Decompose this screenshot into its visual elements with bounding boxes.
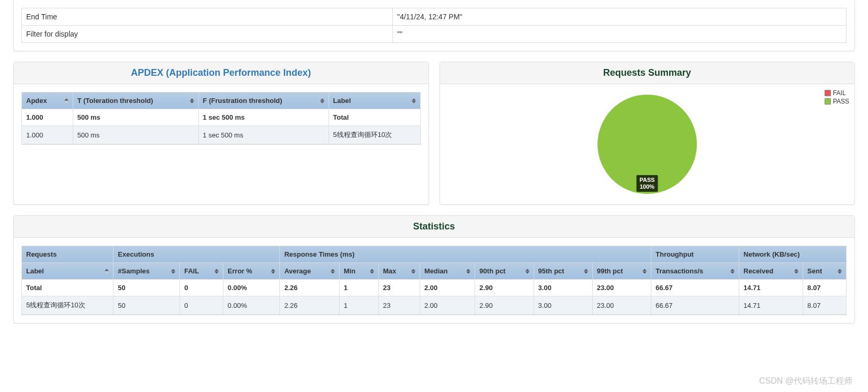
pass-swatch-icon [825,98,831,105]
apdex-table: Apdex T (Toleration threshold) F (Frustr… [21,92,421,145]
requests-summary-title: Requests Summary [448,67,847,78]
sort-icon [794,269,798,273]
cell: 1.000 [22,109,73,126]
statistics-heading: Statistics [14,216,854,238]
cell: 1 [339,280,378,296]
test-params-table: End Time"4/11/24, 12:47 PM"Filter for di… [21,8,847,43]
statistics-body: Requests Executions Response Times (ms) … [14,238,854,323]
pie-chart[interactable]: PASS 100% [598,95,697,194]
stats-col-header[interactable]: 90th pct [475,263,533,280]
sort-icon [412,98,416,103]
cell: 5线程查询循环10次 [329,126,420,144]
stats-col-header[interactable]: FAIL [179,263,223,280]
cell: 23 [378,296,420,315]
sort-icon [411,269,415,273]
cell: 3.00 [534,296,592,315]
sort-icon [105,269,109,273]
stats-col-header[interactable]: Sent [803,263,846,280]
sort-icon [525,269,529,273]
table-row: Total5000.00%2.261232.002.903.0023.0066.… [22,280,846,296]
cell: 23.00 [592,280,651,296]
cell: 500 ms [73,126,198,144]
sort-icon [320,98,324,103]
pie-label-name: PASS [639,177,655,183]
sort-icon [370,269,374,273]
statistics-title: Statistics [21,221,847,232]
cell: 2.00 [420,296,475,315]
cell: 0 [179,280,223,296]
cell: 66.67 [651,296,739,315]
apdex-col-t-label: T (Toleration threshold) [77,97,153,105]
statistics-panel: Statistics Requests Executions Response … [13,215,855,324]
test-params-body: End Time"4/11/24, 12:47 PM"Filter for di… [14,0,854,51]
param-row: Filter for display"" [22,26,847,43]
param-value: "" [393,26,847,43]
stats-col-header[interactable]: Min [339,263,378,280]
apdex-body: Apdex T (Toleration threshold) F (Frustr… [14,84,429,153]
stats-col-header[interactable]: Average [279,263,339,280]
stats-col-header[interactable]: Max [378,263,420,280]
stats-group-response: Response Times (ms) [279,246,651,263]
stats-col-header[interactable]: 95th pct [534,263,592,280]
cell: 23 [378,280,420,296]
param-row: End Time"4/11/24, 12:47 PM" [22,8,847,26]
cell: 66.67 [651,280,739,296]
sort-icon [215,269,219,273]
pie-label-pct: 100% [639,183,655,190]
apdex-title: APDEX (Application Performance Index) [21,67,421,78]
stats-group-network: Network (KB/sec) [739,246,846,263]
cell: 50 [113,280,179,296]
sort-icon [838,269,842,273]
apdex-panel: APDEX (Application Performance Index) Ap… [13,62,429,205]
stats-col-header[interactable]: Median [420,263,475,280]
cell: 1 sec 500 ms [198,126,329,144]
mid-row: APDEX (Application Performance Index) Ap… [13,62,855,215]
cell: 8.07 [803,280,846,296]
param-value: "4/11/24, 12:47 PM" [393,8,847,26]
cell: 500 ms [73,109,198,126]
cell: 14.71 [739,296,803,315]
cell: 0.00% [223,296,279,315]
stats-group-requests: Requests [22,246,113,263]
cell: 1.000 [22,126,73,144]
stats-col-header[interactable]: Error % [223,263,279,280]
legend-item-fail[interactable]: FAIL [825,89,849,97]
apdex-col-label[interactable]: Label [329,93,420,109]
cell: 1 [339,296,378,315]
stats-col-header[interactable]: Transactions/s [651,263,739,280]
test-params-panel: End Time"4/11/24, 12:47 PM"Filter for di… [13,0,855,51]
requests-summary-chart: FAIL PASS PASS 100% [440,84,855,204]
cell: 50 [113,296,179,315]
stats-col-header[interactable]: Received [739,263,803,280]
apdex-col-f[interactable]: F (Frustration threshold) [198,93,329,109]
stats-group-header-row: Requests Executions Response Times (ms) … [22,246,846,263]
cell: 14.71 [739,280,803,296]
apdex-col-apdex[interactable]: Apdex [22,93,73,109]
apdex-col-label-label: Label [333,97,351,105]
cell: 8.07 [803,296,846,315]
stats-col-header[interactable]: #Samples [113,263,179,280]
legend-item-pass[interactable]: PASS [825,98,849,105]
param-label: Filter for display [22,26,393,43]
apdex-col-apdex-label: Apdex [26,97,47,105]
stats-group-executions: Executions [113,246,279,263]
sort-icon [190,98,194,103]
cell: Total [329,109,420,126]
cell: Total [22,280,113,296]
legend-fail-label: FAIL [833,89,846,97]
stats-col-header[interactable]: 99th pct [592,263,651,280]
stats-group-throughput: Throughput [651,246,739,263]
legend-pass-label: PASS [833,98,849,105]
table-row: 1.000500 ms1 sec 500 msTotal [22,109,420,126]
stats-col-header[interactable]: Label [22,263,113,280]
fail-swatch-icon [825,90,831,96]
sort-icon [584,269,588,273]
sort-icon [642,269,647,273]
sort-icon [730,269,735,273]
apdex-col-t[interactable]: T (Toleration threshold) [73,93,198,109]
cell: 0.00% [223,280,279,296]
cell: 1 sec 500 ms [198,109,329,126]
cell: 23.00 [592,296,651,315]
cell: 2.90 [475,296,533,315]
sort-icon-asc [64,98,69,103]
